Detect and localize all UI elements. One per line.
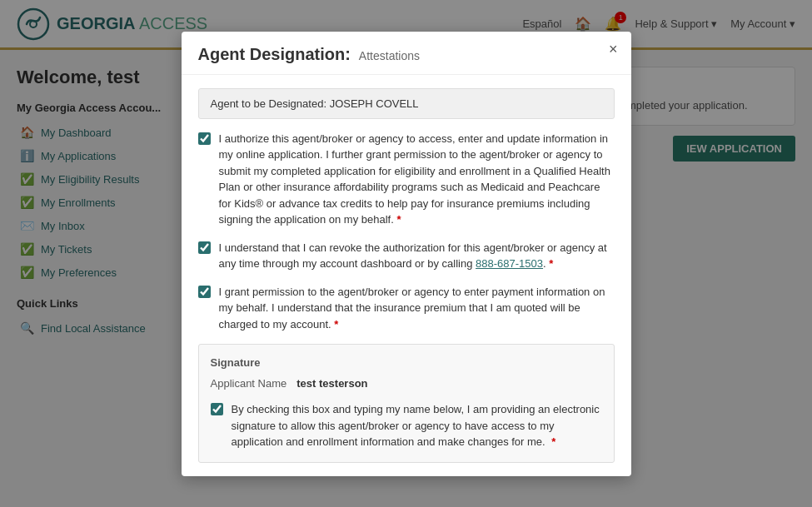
required-star-1: * [396,213,401,226]
attestation-2-checkbox[interactable] [198,241,211,254]
attestation-1: I authorize this agent/broker or agency … [198,131,615,228]
modal-title: Agent Designation: [198,45,351,64]
modal-overlay: Agent Designation: Attestations × Agent … [0,0,812,356]
attestation-1-checkbox[interactable] [198,132,211,145]
attestation-3-text: I grant permission to the agent/broker o… [219,284,615,333]
phone-link[interactable]: 888-687-1503 [476,257,543,270]
designee-banner: Agent to be Designated: JOSEPH COVELL [198,88,615,119]
close-button[interactable]: × [609,42,618,57]
required-star-3: * [334,318,338,331]
attestation-2: I understand that I can revoke the autho… [198,240,615,272]
designee-label: Agent to be Designated: [211,97,327,110]
attestation-1-text: I authorize this agent/broker or agency … [219,131,615,228]
required-star-2: * [549,257,553,270]
modal-subtitle: Attestations [359,49,420,62]
modal-body: Agent to be Designated: JOSEPH COVELL I … [182,75,631,357]
attestation-3: I grant permission to the agent/broker o… [198,284,615,333]
attestation-3-checkbox[interactable] [198,286,211,298]
modal-header: Agent Designation: Attestations × [182,32,631,75]
agent-designation-modal: Agent Designation: Attestations × Agent … [182,32,631,357]
designee-name-value: JOSEPH COVELL [330,97,419,110]
signature-section: Signature Applicant Name test testerson … [198,344,615,356]
attestation-2-text: I understand that I can revoke the autho… [219,240,615,272]
